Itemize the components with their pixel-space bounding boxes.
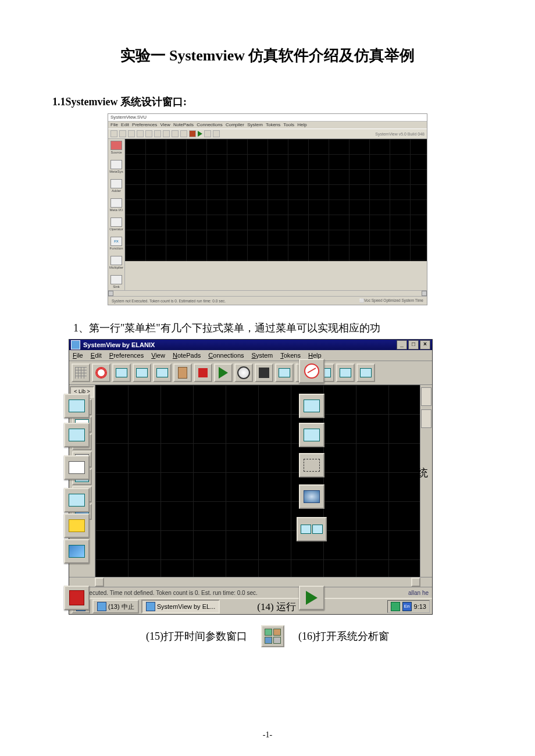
- ss2-status-user: allan he: [408, 590, 429, 596]
- ss1-tool-a[interactable]: [204, 130, 211, 137]
- ss1-pal-metasys[interactable]: MetaSys: [109, 160, 123, 173]
- tool-token-1[interactable]: [112, 363, 131, 382]
- ss1-pal-operator[interactable]: Operator: [109, 217, 123, 231]
- bottom-callout-row: (15)打开时间参数窗口 (16)打开系统分析窗: [52, 625, 483, 647]
- ss2-right-scrollbar[interactable]: [420, 385, 432, 577]
- section-1-1-heading: 1.1Systemview 系统设计窗口:: [52, 95, 483, 109]
- ss1-tool-4[interactable]: [137, 130, 144, 137]
- minimize-button[interactable]: _: [397, 340, 407, 350]
- system-tray[interactable]: En 9:13: [387, 600, 430, 613]
- vscroll-thumb[interactable]: [421, 409, 431, 428]
- truncated-text-tong: 统: [418, 466, 428, 480]
- tool-token-2[interactable]: [133, 363, 151, 382]
- callout-left-star: [64, 513, 90, 538]
- callout-token-icon-1: [299, 394, 324, 418]
- ss2-design-canvas[interactable]: [95, 385, 420, 577]
- menu-notepads[interactable]: NotePads: [173, 352, 201, 359]
- callout-stop-icon: [64, 586, 90, 610]
- callout-delete-icon: [299, 359, 324, 383]
- callout-left-graph: [64, 539, 90, 564]
- tool-notepad[interactable]: [173, 363, 192, 382]
- tool-analysis-window[interactable]: [255, 363, 273, 382]
- ss1-toolbar[interactable]: SystemView v5.0 Build 048: [108, 129, 427, 139]
- ss1-tool-8[interactable]: [172, 130, 179, 137]
- screenshot-1: SystemView.SVU File Edit Preferences Vie…: [108, 113, 427, 305]
- taskbar-graphics-server[interactable]: (13) 中止: [92, 600, 139, 614]
- ss2-titlebar[interactable]: SystemView by ELANIX _ □ ×: [69, 340, 432, 350]
- ss1-tool-7[interactable]: [163, 130, 170, 137]
- ss1-pal-metaio[interactable]: Meta I/O: [109, 198, 123, 212]
- ss1-hscrollbar[interactable]: [108, 290, 427, 296]
- ss1-run-button[interactable]: [198, 131, 202, 137]
- app-icon: [71, 340, 80, 350]
- close-button[interactable]: ×: [420, 340, 430, 350]
- tool-token-4[interactable]: [275, 363, 294, 382]
- ss1-tool-9[interactable]: [180, 130, 187, 137]
- menu-edit[interactable]: Edit: [91, 352, 102, 359]
- ss2-title-text: SystemView by ELANIX: [83, 341, 155, 348]
- tool-token-7[interactable]: [336, 363, 355, 382]
- page-number: -1-: [0, 730, 535, 740]
- tray-lang-icon[interactable]: En: [402, 602, 412, 611]
- ss2-menubar[interactable]: File Edit Preferences View NotePads Conn…: [69, 350, 432, 361]
- callout-pair-icon: [297, 517, 327, 541]
- screenshot-2: SystemView by ELANIX _ □ × File Edit Pre…: [69, 339, 433, 615]
- ss1-tool-2[interactable]: [119, 130, 126, 137]
- ss1-version-text: SystemView v5.0 Build 048: [375, 132, 425, 136]
- callout-left-1: [64, 394, 90, 418]
- ss1-tool-6[interactable]: [154, 130, 161, 137]
- ss1-status-left: System not Executed. Token count is 0. E…: [112, 299, 226, 303]
- callout-16-label: (16)打开系统分析窗: [298, 629, 389, 643]
- callout-play-icon: [299, 586, 324, 610]
- ss1-design-canvas[interactable]: [125, 139, 427, 261]
- menu-system[interactable]: System: [252, 352, 273, 359]
- ss2-hscrollbar[interactable]: [69, 577, 432, 587]
- ss1-menubar[interactable]: File Edit Preferences View NotePads Conn…: [108, 122, 427, 129]
- tool-grid[interactable]: [72, 363, 90, 382]
- ss1-tool-5[interactable]: [145, 130, 152, 137]
- analysis-window-icon: [261, 625, 284, 647]
- tool-token-3[interactable]: [153, 363, 172, 382]
- tool-run[interactable]: [214, 363, 233, 382]
- ss2-status-text: not Executed. Time not defined. Token co…: [73, 590, 258, 596]
- menu-view[interactable]: View: [151, 352, 165, 359]
- menu-file[interactable]: File: [73, 352, 83, 359]
- callout-left-3: [64, 488, 90, 512]
- ss1-tool-b[interactable]: [213, 130, 220, 137]
- tool-delete-token[interactable]: [92, 363, 110, 382]
- maximize-button[interactable]: □: [408, 340, 419, 350]
- ss2-toolbar[interactable]: [69, 361, 432, 385]
- ss1-status-right: ⬜Voc Speed Optimized System Time: [359, 298, 423, 302]
- menu-tokens[interactable]: Tokens: [280, 352, 301, 359]
- vscroll-up[interactable]: [421, 387, 431, 406]
- ss1-tool-3[interactable]: [128, 130, 135, 137]
- callout-token-icon-2: [299, 423, 324, 447]
- paragraph-1: 1、第一行"菜单栏"有几个下拉式菜单，通过菜单可以实现相应的功: [52, 318, 483, 338]
- ss1-pal-adder[interactable]: Adder: [110, 179, 122, 192]
- ss1-pal-source[interactable]: Source: [110, 141, 122, 154]
- menu-help[interactable]: Help: [308, 352, 322, 359]
- callout-scope-icon: [299, 484, 324, 509]
- ss1-pal-function[interactable]: Function: [109, 237, 123, 250]
- callout-14-label: (14) 运行: [257, 600, 296, 614]
- tool-token-8[interactable]: [356, 363, 375, 382]
- doc-title: 实验一 Systemview 仿真软件介绍及仿真举例: [52, 45, 483, 66]
- menu-connections[interactable]: Connections: [208, 352, 244, 359]
- windows-taskbar[interactable]: (13) 中止 SystemView by EL... (14) 运行 En 9…: [69, 598, 432, 614]
- callout-15-label: (15)打开时间参数窗口: [146, 629, 247, 643]
- callout-left-2: [64, 423, 90, 447]
- menu-preferences[interactable]: Preferences: [109, 352, 144, 359]
- ss1-tool-1[interactable]: [110, 130, 117, 137]
- ss1-statusbar: System not Executed. Token count is 0. E…: [108, 296, 427, 305]
- tool-time-params[interactable]: [234, 363, 253, 382]
- ss1-pal-sink[interactable]: Sink: [110, 275, 122, 288]
- ss1-pal-multiplier[interactable]: Multiplier: [109, 256, 123, 269]
- ss1-stop-button[interactable]: [189, 130, 196, 137]
- taskbar-systemview[interactable]: SystemView by EL...: [141, 600, 220, 614]
- callout-select-icon: [299, 453, 324, 477]
- ss1-token-palette[interactable]: Source MetaSys Adder Meta I/O Operator F…: [108, 139, 125, 290]
- tool-stop[interactable]: [194, 363, 212, 382]
- ss1-titlebar: SystemView.SVU: [108, 114, 427, 122]
- tray-clock: 9:13: [414, 603, 426, 610]
- tray-icon-1[interactable]: [391, 602, 400, 611]
